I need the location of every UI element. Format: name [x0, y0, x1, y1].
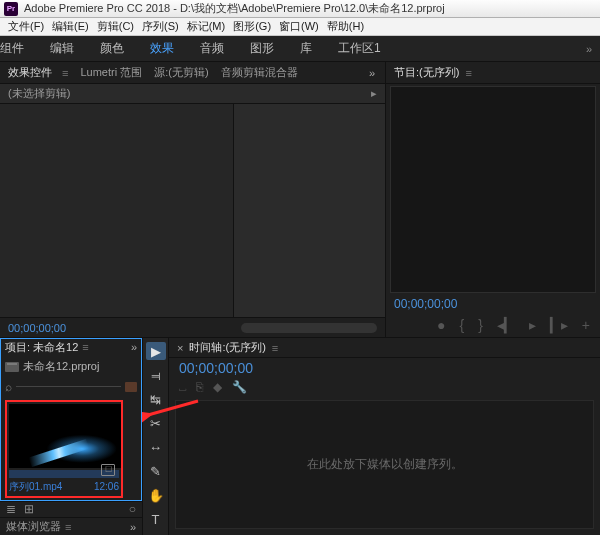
- menu-marker[interactable]: 标记(M): [183, 19, 230, 34]
- type-tool[interactable]: T: [146, 510, 166, 528]
- mark-in-icon[interactable]: ●: [437, 317, 445, 333]
- workspace-bar: 组件 编辑 颜色 效果 音频 图形 库 工作区1 »: [0, 36, 600, 62]
- clip-name: 序列01.mp4: [9, 480, 62, 494]
- panel-menu-icon[interactable]: ≡: [62, 67, 68, 79]
- pen-tool[interactable]: ✎: [146, 462, 166, 480]
- go-in-icon[interactable]: }: [478, 317, 483, 333]
- ec-timecode[interactable]: 00;00;00;00: [8, 322, 66, 334]
- selection-tool[interactable]: ▶: [146, 342, 166, 360]
- app-icon: Pr: [4, 2, 18, 16]
- tl-marker-icon[interactable]: ◆: [213, 380, 222, 394]
- project-menu-icon[interactable]: ≡: [82, 341, 88, 353]
- program-viewport[interactable]: [390, 86, 596, 293]
- ws-libraries[interactable]: 库: [300, 40, 312, 57]
- program-timecode[interactable]: 00;00;00;00: [386, 295, 600, 313]
- menu-edit[interactable]: 编辑(E): [48, 19, 93, 34]
- icon-view-icon[interactable]: ⊞: [24, 502, 34, 516]
- expand-icon[interactable]: ▸: [371, 87, 377, 100]
- new-bin-icon[interactable]: [125, 382, 137, 392]
- search-input[interactable]: [16, 386, 121, 387]
- no-clip-label: (未选择剪辑): [8, 86, 371, 101]
- titlebar: Pr Adobe Premiere Pro CC 2018 - D:\我的文档\…: [0, 0, 600, 18]
- project-zoom[interactable]: ○: [129, 502, 136, 516]
- ws-graphics[interactable]: 图形: [250, 40, 274, 57]
- track-select-tool[interactable]: ⫤: [146, 366, 166, 384]
- ws-editing[interactable]: 编辑: [50, 40, 74, 57]
- tab-media-browser[interactable]: 媒体浏览器: [6, 519, 61, 534]
- play-icon[interactable]: ▸: [529, 317, 536, 333]
- tl-link-icon[interactable]: ⎘: [196, 380, 203, 394]
- timeline-empty-msg: 在此处放下媒体以创建序列。: [307, 456, 463, 473]
- tab-audio-mixer[interactable]: 音频剪辑混合器: [221, 65, 298, 80]
- project-panel: 项目: 未命名12 ≡ » 未命名12.prproj ⌕ ☐ 序列01.mp4 …: [0, 338, 143, 535]
- menu-sequence[interactable]: 序列(S): [138, 19, 183, 34]
- menu-window[interactable]: 窗口(W): [275, 19, 323, 34]
- tab-effect-controls[interactable]: 效果控件: [8, 65, 52, 80]
- timeline-panel: × 时间轴:(无序列) ≡ 00;00;00;00 ⎵ ⎘ ◆ 🔧 在此处放下媒…: [169, 338, 600, 535]
- program-menu-icon[interactable]: ≡: [465, 67, 471, 79]
- menu-file[interactable]: 文件(F): [4, 19, 48, 34]
- ec-props: [0, 104, 234, 317]
- mark-out-icon[interactable]: {: [459, 317, 464, 333]
- ec-timeline: [234, 104, 385, 317]
- ws-color[interactable]: 颜色: [100, 40, 124, 57]
- step-fwd-icon[interactable]: ▎▸: [550, 317, 568, 333]
- project-overflow[interactable]: »: [131, 341, 137, 353]
- menu-clip[interactable]: 剪辑(C): [93, 19, 138, 34]
- effect-controls-panel: 效果控件 ≡ Lumetri 范围 源:(无剪辑) 音频剪辑混合器 » (未选择…: [0, 62, 386, 337]
- tl-snap-icon[interactable]: ⎵: [179, 380, 186, 394]
- ripple-edit-tool[interactable]: ↹: [146, 390, 166, 408]
- export-frame-icon[interactable]: +: [582, 317, 590, 333]
- tab-lumetri[interactable]: Lumetri 范围: [80, 65, 142, 80]
- clip-thumbnail[interactable]: [9, 404, 121, 468]
- program-monitor: 节目:(无序列) ≡ 00;00;00;00 ● { } ◂▎ ▸ ▎▸ +: [386, 62, 600, 337]
- ws-assembly[interactable]: 组件: [0, 40, 24, 57]
- tab-source[interactable]: 源:(无剪辑): [154, 65, 208, 80]
- tl-timecode[interactable]: 00;00;00;00: [169, 358, 600, 378]
- ws-effects[interactable]: 效果: [150, 40, 174, 57]
- ec-zoom-scroll[interactable]: [241, 323, 377, 333]
- tab-project[interactable]: 项目: 未命名12: [5, 340, 78, 355]
- panel-overflow[interactable]: »: [369, 67, 377, 79]
- tl-menu-icon[interactable]: ≡: [272, 342, 278, 354]
- clip-duration: 12:06: [94, 481, 119, 492]
- clip-item[interactable]: ☐ 序列01.mp4 12:06: [5, 400, 123, 498]
- list-view-icon[interactable]: ≣: [6, 502, 16, 516]
- menu-graphics[interactable]: 图形(G): [229, 19, 275, 34]
- ws-audio[interactable]: 音频: [200, 40, 224, 57]
- clip-type-badge: ☐: [101, 464, 115, 476]
- search-icon[interactable]: ⌕: [5, 380, 12, 394]
- step-back-icon[interactable]: ◂▎: [497, 317, 515, 333]
- bin-icon: [5, 362, 19, 372]
- tab-program[interactable]: 节目:(无序列): [394, 65, 459, 80]
- tl-close[interactable]: ×: [177, 342, 183, 354]
- mb-overflow[interactable]: »: [130, 521, 136, 533]
- ws-custom1[interactable]: 工作区1: [338, 40, 381, 57]
- slip-tool[interactable]: ↔: [146, 438, 166, 456]
- tl-settings-icon[interactable]: 🔧: [232, 380, 247, 394]
- project-filename: 未命名12.prproj: [23, 359, 99, 374]
- tab-timeline[interactable]: 时间轴:(无序列): [189, 340, 265, 355]
- tools-panel: ▶ ⫤ ↹ ✂ ↔ ✎ ✋ T: [143, 338, 169, 535]
- razor-tool[interactable]: ✂: [146, 414, 166, 432]
- ws-overflow[interactable]: »: [586, 43, 600, 55]
- hand-tool[interactable]: ✋: [146, 486, 166, 504]
- menu-help[interactable]: 帮助(H): [323, 19, 368, 34]
- timeline-tracks[interactable]: 在此处放下媒体以创建序列。: [175, 400, 594, 529]
- mb-menu-icon[interactable]: ≡: [65, 521, 71, 533]
- window-title: Adobe Premiere Pro CC 2018 - D:\我的文档\Ado…: [24, 1, 445, 16]
- menubar: 文件(F) 编辑(E) 剪辑(C) 序列(S) 标记(M) 图形(G) 窗口(W…: [0, 18, 600, 36]
